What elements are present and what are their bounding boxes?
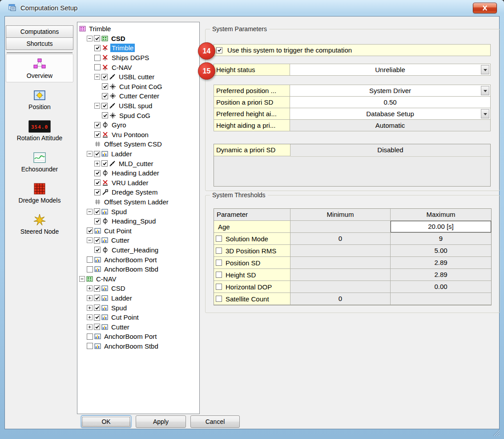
tree-item-heading-ladder[interactable]: Heading Ladder [77, 168, 199, 178]
tree-item-spud-cog[interactable]: Spud CoG [77, 110, 199, 120]
tree-checkbox[interactable] [94, 170, 101, 176]
tree-checkbox[interactable] [94, 208, 100, 215]
sidebar-item-dredge-models[interactable]: Dredge Models [6, 179, 73, 207]
tree-checkbox[interactable] [94, 131, 101, 138]
expander-plus-icon[interactable] [87, 314, 93, 320]
threshold-max-cell[interactable]: 20.00 [s] [391, 221, 491, 233]
trigger-computation-row[interactable]: Use this system to trigger the computati… [214, 44, 491, 56]
threshold-checkbox[interactable] [216, 284, 222, 290]
tree-item-vru-pontoon[interactable]: Vru Pontoon [77, 130, 199, 140]
tree-checkbox[interactable] [94, 179, 101, 186]
tree-checkbox[interactable] [87, 343, 93, 349]
expander-minus-icon[interactable] [87, 209, 93, 215]
tree-item-ladder[interactable]: Ladder [77, 293, 199, 303]
tree-item-cutter-center[interactable]: Cutter Center [77, 91, 199, 101]
threshold-checkbox[interactable] [216, 272, 222, 278]
tree-checkbox[interactable] [101, 103, 108, 109]
threshold-min-cell[interactable]: 0 [290, 293, 391, 305]
tree-item-csd[interactable]: CSD [77, 284, 199, 293]
titlebar[interactable]: Computation Setup [0, 0, 504, 16]
resize-grip[interactable] [491, 427, 500, 436]
expander-plus-icon[interactable] [87, 295, 93, 301]
close-button[interactable] [473, 3, 497, 13]
tree-checkbox[interactable] [94, 218, 101, 224]
tree-item-cutter-heading[interactable]: Cutter_Heading [77, 245, 199, 255]
tree-checkbox[interactable] [94, 45, 101, 51]
tree-checkbox[interactable] [94, 122, 101, 128]
tree-item-trimble[interactable]: Trimble [77, 24, 199, 34]
tree-checkbox[interactable] [101, 74, 108, 80]
tree-item-cut-point[interactable]: Cut Point [77, 313, 199, 322]
sidebar-item-steered-node[interactable]: Steered Node [6, 210, 73, 238]
apply-button[interactable]: Apply [136, 415, 186, 428]
tree-item-spud[interactable]: Spud [77, 303, 199, 313]
expander-plus-icon[interactable] [94, 161, 100, 167]
tree-item-usbl-cutter[interactable]: USBL cutter [77, 72, 199, 82]
threshold-min-cell[interactable] [290, 269, 391, 281]
tab-computations[interactable]: Computations [6, 25, 73, 38]
sidebar-item-rotation-attitude[interactable]: 354.0Rotation Attitude [6, 116, 73, 145]
parameter-value-cell[interactable]: System Driver [290, 85, 491, 97]
tree-checkbox[interactable] [94, 189, 101, 195]
threshold-checkbox[interactable] [216, 248, 222, 254]
height-status-combobox[interactable]: Unreliable [290, 64, 491, 76]
threshold-min-cell[interactable]: 0 [290, 233, 391, 245]
sidebar-item-echosounder[interactable]: Echosounder [6, 147, 73, 176]
tree-checkbox[interactable] [94, 151, 100, 157]
expander-plus-icon[interactable] [87, 305, 93, 311]
expander-minus-icon[interactable] [87, 237, 93, 243]
trigger-checkbox[interactable] [216, 47, 222, 53]
tree-checkbox[interactable] [87, 228, 93, 234]
expander-minus-icon[interactable] [94, 103, 100, 109]
tree-checkbox[interactable] [94, 64, 101, 70]
parameter-value-cell[interactable]: 0.50 [290, 96, 491, 108]
tree-checkbox[interactable] [94, 295, 100, 301]
tree-checkbox[interactable] [94, 55, 101, 61]
tree-item-cut-point[interactable]: Cut Point [77, 226, 199, 236]
threshold-min-cell[interactable] [290, 257, 391, 269]
tree-checkbox[interactable] [101, 160, 108, 167]
tree-item-ladder[interactable]: Ladder [77, 149, 199, 159]
tree-item-anchorboom-stbd[interactable]: AnchorBoom Stbd [77, 341, 199, 351]
sidebar-item-position[interactable]: Position [6, 85, 73, 114]
tree-checkbox[interactable] [102, 83, 108, 89]
tree-checkbox[interactable] [87, 266, 93, 272]
tree-checkbox[interactable] [87, 256, 93, 263]
tree-item-heading-spud[interactable]: Heading_Spud [77, 216, 199, 226]
tree-checkbox[interactable] [94, 324, 100, 330]
tree-item-usbl-spud[interactable]: USBL spud [77, 101, 199, 111]
dropdown-button[interactable] [481, 65, 489, 74]
tree-checkbox[interactable] [94, 237, 100, 244]
expander-minus-icon[interactable] [87, 151, 93, 157]
tree-checkbox[interactable] [87, 333, 93, 340]
threshold-max-cell[interactable]: 5.00 [391, 245, 491, 257]
tree-checkbox[interactable] [94, 247, 101, 253]
dropdown-button[interactable] [481, 86, 489, 95]
threshold-max-cell[interactable]: 0.00 [391, 281, 491, 293]
tree-item-cut-point-cog[interactable]: Cut Point CoG [77, 82, 199, 92]
tree-item-anchorboom-stbd[interactable]: AnchorBoom Stbd [77, 264, 199, 274]
threshold-min-cell[interactable] [290, 221, 391, 233]
tree-checkbox[interactable] [94, 285, 100, 292]
threshold-checkbox[interactable] [216, 236, 222, 242]
tree-item-anchorboom-port[interactable]: AnchorBoom Port [77, 332, 199, 341]
threshold-max-cell[interactable]: 2.89 [391, 269, 491, 281]
threshold-min-cell[interactable] [290, 281, 391, 293]
sidebar-item-overview[interactable]: Overview [6, 54, 73, 82]
tree-item-csd[interactable]: CSD [77, 34, 199, 44]
tree-item-cutter[interactable]: Cutter [77, 236, 199, 245]
expander-plus-icon[interactable] [87, 285, 93, 291]
expander-plus-icon[interactable] [87, 324, 93, 330]
tree-item-c-nav[interactable]: C-NAV [77, 274, 199, 284]
cancel-button[interactable]: Cancel [190, 415, 240, 428]
tree-item-anchorboom-port[interactable]: AnchorBoom Port [77, 255, 199, 264]
tree-item-ships-dgps[interactable]: Ships DGPS [77, 53, 199, 63]
threshold-max-cell[interactable]: 9 [391, 233, 491, 245]
tree-item-c-nav[interactable]: C-NAV [77, 62, 199, 72]
tree-item-spud[interactable]: Spud [77, 207, 199, 216]
threshold-checkbox[interactable] [216, 296, 222, 302]
ok-button[interactable]: OK [81, 415, 131, 428]
expander-minus-icon[interactable] [79, 276, 85, 282]
tab-shortcuts[interactable]: Shortcuts [6, 37, 73, 50]
threshold-checkbox[interactable] [216, 260, 222, 266]
